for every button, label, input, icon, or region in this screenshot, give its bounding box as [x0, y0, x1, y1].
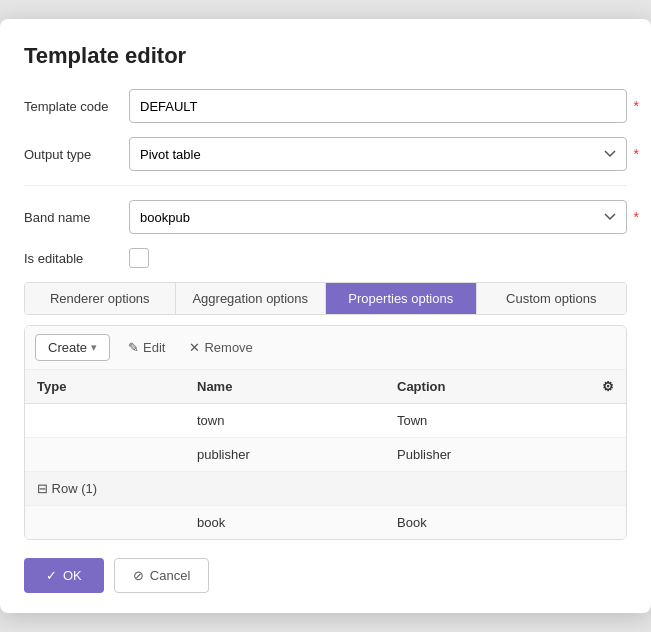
- cancel-label: Cancel: [150, 568, 190, 583]
- template-code-row: Template code *: [24, 89, 627, 123]
- template-code-field: *: [129, 89, 627, 123]
- table-toolbar: Create ▾ ✎ Edit ✕ Remove: [25, 326, 626, 370]
- circle-ban-icon: ⊘: [133, 568, 144, 583]
- table-header-row: Type Name Caption ⚙: [25, 370, 626, 404]
- is-editable-checkbox[interactable]: [129, 248, 149, 268]
- tabs-container: Renderer options Aggregation options Pro…: [24, 282, 627, 315]
- table-row[interactable]: town Town: [25, 404, 626, 438]
- output-type-required: *: [634, 146, 639, 162]
- template-editor-dialog: Template editor Template code * Output t…: [0, 19, 651, 613]
- table-row[interactable]: publisher Publisher: [25, 438, 626, 472]
- gear-icon: ⚙: [602, 379, 614, 394]
- footer-buttons: ✓ OK ⊘ Cancel: [24, 558, 627, 593]
- template-code-required: *: [634, 98, 639, 114]
- cell-name: book: [185, 506, 385, 540]
- band-name-label: Band name: [24, 210, 129, 225]
- create-chevron-icon: ▾: [91, 341, 97, 354]
- check-icon: ✓: [46, 568, 57, 583]
- template-code-input[interactable]: [129, 89, 627, 123]
- cell-caption: Book: [385, 506, 590, 540]
- tab-aggregation[interactable]: Aggregation options: [176, 283, 327, 314]
- cancel-button[interactable]: ⊘ Cancel: [114, 558, 209, 593]
- output-type-row: Output type Pivot table Table Chart *: [24, 137, 627, 171]
- divider-1: [24, 185, 627, 186]
- ok-button[interactable]: ✓ OK: [24, 558, 104, 593]
- create-label: Create: [48, 340, 87, 355]
- cell-name: publisher: [185, 438, 385, 472]
- is-editable-label: Is editable: [24, 251, 129, 266]
- output-type-label: Output type: [24, 147, 129, 162]
- edit-label: Edit: [143, 340, 165, 355]
- cell-gear: [590, 472, 626, 506]
- band-name-row: Band name bookpub *: [24, 200, 627, 234]
- tab-properties[interactable]: Properties options: [326, 283, 477, 314]
- properties-table: Type Name Caption ⚙ town Town: [25, 370, 626, 539]
- cell-gear: [590, 506, 626, 540]
- cell-type: [25, 438, 185, 472]
- cell-caption: Town: [385, 404, 590, 438]
- is-editable-row: Is editable: [24, 248, 627, 268]
- times-icon: ✕: [189, 340, 200, 355]
- cell-type: [25, 404, 185, 438]
- properties-table-section: Create ▾ ✎ Edit ✕ Remove Type Name Capti…: [24, 325, 627, 540]
- col-name: Name: [185, 370, 385, 404]
- template-code-label: Template code: [24, 99, 129, 114]
- band-name-select[interactable]: bookpub: [129, 200, 627, 234]
- table-wrapper: Type Name Caption ⚙ town Town: [25, 370, 626, 539]
- remove-button[interactable]: ✕ Remove: [183, 336, 258, 359]
- cell-type: [25, 506, 185, 540]
- pencil-icon: ✎: [128, 340, 139, 355]
- cell-gear: [590, 438, 626, 472]
- remove-label: Remove: [204, 340, 252, 355]
- col-gear[interactable]: ⚙: [590, 370, 626, 404]
- cell-name: town: [185, 404, 385, 438]
- output-type-field: Pivot table Table Chart *: [129, 137, 627, 171]
- col-type: Type: [25, 370, 185, 404]
- table-row[interactable]: book Book: [25, 506, 626, 540]
- edit-button[interactable]: ✎ Edit: [122, 336, 171, 359]
- band-name-field: bookpub *: [129, 200, 627, 234]
- cell-caption: Publisher: [385, 438, 590, 472]
- dialog-title: Template editor: [24, 43, 627, 69]
- col-caption: Caption: [385, 370, 590, 404]
- table-row-group[interactable]: ⊟ Row (1): [25, 472, 626, 506]
- ok-label: OK: [63, 568, 82, 583]
- create-button[interactable]: Create ▾: [35, 334, 110, 361]
- tab-custom[interactable]: Custom options: [477, 283, 627, 314]
- cell-group-label: ⊟ Row (1): [25, 472, 590, 506]
- tab-renderer[interactable]: Renderer options: [25, 283, 176, 314]
- band-name-required: *: [634, 209, 639, 225]
- output-type-select[interactable]: Pivot table Table Chart: [129, 137, 627, 171]
- cell-gear: [590, 404, 626, 438]
